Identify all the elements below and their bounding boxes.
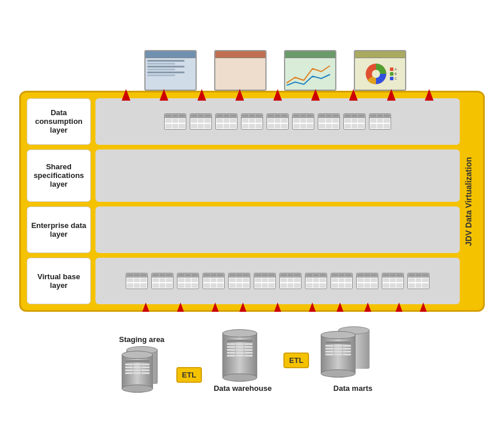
screenshot-table	[144, 50, 197, 91]
staging-group: Staging area	[119, 335, 165, 396]
table-icon	[228, 273, 250, 289]
diagram-wrapper: A B C Data consumption layer	[19, 50, 485, 396]
table-icon	[241, 113, 263, 130]
consumption-label: Data consumption layer	[27, 98, 91, 145]
bottom-section: Staging area	[19, 323, 485, 396]
table-icon	[318, 113, 340, 130]
main-container: A B C Data consumption layer	[13, 44, 491, 401]
table-icon	[279, 273, 301, 289]
enterprise-label: Enterprise data layer	[27, 207, 91, 253]
etl2-group: ETL	[283, 353, 310, 368]
screenshot-dashboard	[214, 50, 267, 91]
table-icon	[177, 273, 199, 289]
layer-row-shared: Shared specifications layer	[27, 149, 460, 202]
screenshot-piechart: A B C	[354, 50, 406, 91]
table-icon	[343, 113, 365, 130]
table-icon	[267, 113, 289, 130]
datamarts-label: Data marts	[333, 384, 372, 393]
layer-row-consumption: Data consumption layer	[27, 98, 460, 145]
table-icon	[369, 113, 391, 130]
table-icon	[407, 273, 430, 289]
jdv-container: Data consumption layer	[19, 91, 485, 312]
table-icon	[356, 273, 378, 289]
shared-content	[95, 149, 460, 202]
table-icon	[215, 113, 237, 130]
etl2-box: ETL	[283, 353, 310, 368]
table-icon	[190, 113, 212, 130]
table-icon	[254, 273, 276, 289]
virtual-label: Virtual base layer	[27, 258, 91, 304]
table-icon	[203, 273, 225, 289]
jdv-wrapper: Data consumption layer	[19, 91, 485, 312]
shared-label: Shared specifications layer	[27, 149, 91, 202]
table-icon	[331, 273, 353, 289]
virtual-content	[95, 258, 460, 304]
svg-point-1	[372, 70, 380, 78]
datamarts-cylinders	[321, 326, 385, 382]
table-icon	[151, 273, 173, 289]
jdv-vertical-label: JDV Data Virtualization	[460, 98, 477, 304]
warehouse-label: Data warehouse	[214, 384, 272, 393]
staging-label: Staging area	[119, 335, 165, 344]
staging-cyl-front	[122, 351, 153, 393]
virtual-tables	[126, 273, 430, 289]
layers-area: Data consumption layer	[27, 98, 460, 304]
layer-row-enterprise: Enterprise data layer	[27, 207, 460, 253]
enterprise-content	[95, 207, 460, 253]
etl1-box: ETL	[176, 367, 203, 383]
screenshots-row: A B C	[19, 50, 485, 91]
warehouse-cylinder	[222, 329, 263, 382]
table-icon	[164, 113, 186, 130]
table-icon	[382, 273, 404, 289]
layer-row-virtual: Virtual base layer	[27, 258, 460, 304]
consumption-content	[95, 98, 460, 145]
datamarts-group: Data marts	[321, 326, 385, 393]
staging-cylinder	[122, 346, 162, 396]
warehouse-group: Data warehouse	[214, 329, 272, 393]
table-icon	[126, 273, 148, 289]
etl1-group: ETL	[176, 367, 203, 383]
table-icon	[305, 273, 327, 289]
screenshot-linechart	[284, 50, 336, 91]
table-icon	[292, 113, 314, 130]
consumption-tables	[164, 113, 391, 130]
